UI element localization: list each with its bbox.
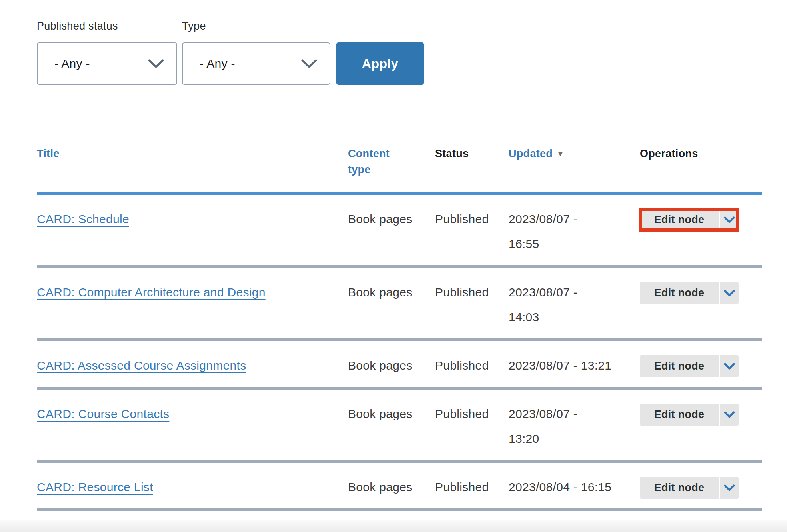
node-title-link[interactable]: CARD: Schedule	[37, 207, 129, 232]
edit-node-button[interactable]: Edit node	[640, 404, 719, 426]
chevron-down-icon	[148, 58, 164, 69]
chevron-down-icon	[723, 484, 735, 492]
operations-button-group: Edit node	[640, 209, 739, 231]
chevron-down-icon	[723, 411, 735, 419]
table-row: CARD: Resource List Book pages Published…	[37, 463, 762, 511]
operations-cell: Edit node	[640, 353, 762, 378]
table-row: CARD: Course Contacts Book pages Publish…	[37, 390, 762, 463]
published-status-value: - Any -	[54, 57, 90, 70]
content-type-cell: Book pages	[348, 353, 435, 378]
updated-cell: 2023/08/07 - 14:03	[509, 280, 640, 330]
updated-cell: 2023/08/07 - 13:20	[509, 402, 640, 451]
operations-button-group: Edit node	[640, 282, 739, 304]
content-type-sort-link[interactable]: Content type	[348, 146, 398, 178]
edit-node-button[interactable]: Edit node	[640, 477, 719, 499]
title-column-header: Title	[37, 146, 348, 178]
status-cell: Published	[435, 280, 509, 330]
sort-descending-icon: ▼	[556, 146, 565, 162]
chevron-down-icon	[723, 216, 735, 224]
operations-dropdown-toggle[interactable]	[720, 209, 739, 231]
status-cell: Published	[435, 353, 509, 378]
chevron-down-icon	[301, 58, 318, 69]
updated-cell: 2023/08/04 - 16:15	[509, 475, 640, 500]
updated-cell: 2023/08/07 - 16:55	[509, 207, 640, 256]
content-type-cell: Book pages	[348, 207, 435, 256]
status-column-header: Status	[435, 146, 509, 178]
table-row: CARD: Schedule Book pages Published 2023…	[37, 195, 762, 268]
status-cell: Published	[435, 207, 509, 256]
apply-button[interactable]: Apply	[336, 42, 424, 85]
operations-cell: Edit node	[640, 280, 762, 330]
node-title-link[interactable]: CARD: Course Contacts	[37, 402, 169, 426]
edit-node-button[interactable]: Edit node	[640, 282, 719, 304]
type-value: - Any -	[200, 57, 235, 70]
table-row: CARD: Assessed Course Assignments Book p…	[37, 341, 762, 390]
edit-node-button[interactable]: Edit node	[640, 209, 719, 231]
content-type-cell: Book pages	[348, 280, 435, 330]
operations-dropdown-toggle[interactable]	[720, 477, 739, 499]
edit-node-button[interactable]: Edit node	[640, 355, 719, 377]
operations-cell: Edit node	[640, 207, 762, 256]
updated-cell: 2023/08/07 - 13:21	[509, 353, 640, 378]
node-title-link[interactable]: CARD: Resource List	[37, 475, 153, 500]
content-type-column-header: Content type	[348, 146, 435, 178]
updated-sort-link[interactable]: Updated	[509, 146, 553, 162]
content-type-cell: Book pages	[348, 402, 435, 451]
operations-column-header: Operations	[640, 146, 762, 178]
table-header-row: Title Content type Status Updated▼ Opera…	[37, 146, 762, 195]
table-row: CARD: Computer Architecture and Design B…	[37, 268, 762, 341]
node-title-link[interactable]: CARD: Computer Architecture and Design	[37, 280, 266, 305]
published-status-select[interactable]: - Any -	[37, 42, 177, 85]
chevron-down-icon	[723, 362, 735, 370]
exposed-filters: Published status Type - Any - - Any - Ap…	[37, 0, 762, 85]
operations-button-group: Edit node	[640, 404, 739, 426]
operations-dropdown-toggle[interactable]	[720, 404, 739, 426]
operations-button-group: Edit node	[640, 355, 739, 377]
operations-cell: Edit node	[640, 475, 762, 500]
operations-dropdown-toggle[interactable]	[720, 282, 739, 304]
node-title-link[interactable]: CARD: Assessed Course Assignments	[37, 353, 246, 378]
updated-column-header: Updated▼	[509, 146, 640, 178]
operations-button-group: Edit node	[640, 477, 739, 499]
published-status-label: Published status	[37, 20, 182, 32]
type-select[interactable]: - Any -	[182, 42, 330, 85]
content-table: Title Content type Status Updated▼ Opera…	[37, 146, 762, 511]
type-label: Type	[182, 20, 206, 32]
operations-cell: Edit node	[640, 402, 762, 451]
page-bottom-fade	[0, 520, 787, 532]
operations-dropdown-toggle[interactable]	[720, 355, 739, 377]
title-sort-link[interactable]: Title	[37, 146, 60, 162]
content-type-cell: Book pages	[348, 475, 435, 500]
status-cell: Published	[435, 475, 509, 500]
chevron-down-icon	[723, 289, 735, 297]
status-cell: Published	[435, 402, 509, 451]
